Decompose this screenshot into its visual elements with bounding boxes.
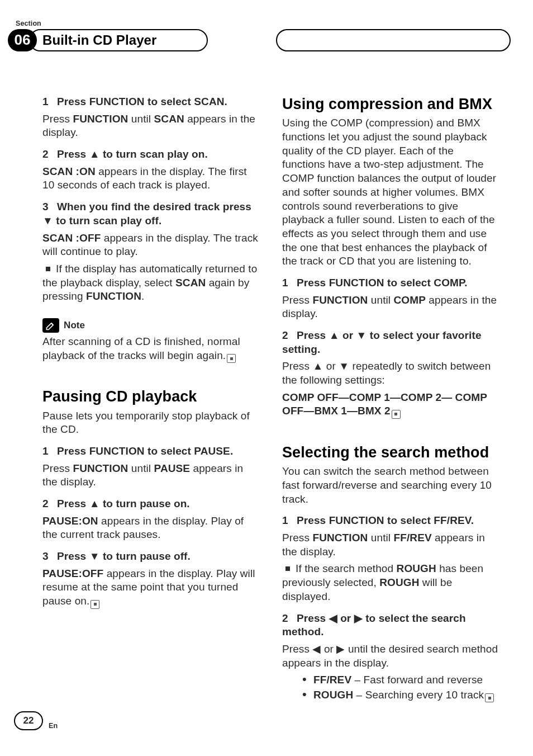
pause-step-2: 2Press ▲ to turn pause on. PAUSE:ON appe… (42, 497, 260, 542)
step-number: 1 (282, 514, 297, 528)
step-heading: Press ▲ or ▼ to select your favorite set… (282, 329, 482, 355)
step-body: SCAN :OFF appears in the display. The tr… (42, 231, 260, 259)
step-bullet: If the search method ROUGH has been prev… (282, 562, 499, 603)
section-title-lozenge: Built-in CD Player (29, 29, 208, 51)
comp-step-1: 1Press FUNCTION to select COMP. Press FU… (282, 276, 499, 321)
section-label: Section (16, 19, 41, 28)
step-heading: Press FUNCTION to select PAUSE. (57, 445, 233, 457)
comp-title: Using compression and BMX (282, 95, 499, 113)
step-heading: Press ◀ or ▶ to select the search method… (282, 612, 466, 638)
page-footer: 22 En (14, 711, 58, 730)
square-bullet-icon (285, 566, 290, 571)
step-body: Press FUNCTION until PAUSE appears in th… (42, 462, 260, 489)
note-header: Note (42, 318, 260, 333)
pause-intro: Pause lets you temporarily stop playback… (42, 409, 260, 437)
pause-step-3: 3Press ▼ to turn pause off. PAUSE:OFF ap… (42, 550, 260, 609)
step-number: 2 (42, 148, 57, 162)
left-column: 1Press FUNCTION to select SCAN. Press FU… (42, 95, 260, 689)
step-heading: Press ▲ to turn scan play on. (57, 148, 208, 160)
search-step-1: 1Press FUNCTION to select FF/REV. Press … (282, 514, 499, 603)
content-columns: 1Press FUNCTION to select SCAN. Press FU… (42, 95, 499, 689)
search-method-list: FF/REV – Fast forward and reverse ROUGH … (282, 673, 499, 702)
manual-page: Section Built-in CD Player 06 1Press FUN… (0, 0, 533, 756)
step-number: 1 (282, 276, 297, 290)
step-body: Press ◀ or ▶ until the desired search me… (282, 642, 499, 670)
scan-step-3: 3When you find the desired track press ▼… (42, 200, 260, 304)
step-bullet: If the display has automatically returne… (42, 262, 260, 304)
step-number: 3 (42, 550, 57, 564)
right-column: Using compression and BMX Using the COMP… (282, 95, 499, 689)
end-of-section-icon (485, 693, 494, 702)
note-body: After scanning of a CD is finished, norm… (42, 335, 260, 363)
step-heading: Press FUNCTION to select SCAN. (57, 96, 227, 107)
step-body: Press ▲ or ▼ repeatedly to switch betwee… (282, 360, 499, 387)
comp-intro: Using the COMP (compression) and BMX fun… (282, 116, 499, 268)
search-title: Selecting the search method (282, 443, 499, 461)
search-step-2: 2Press ◀ or ▶ to select the search metho… (282, 612, 499, 703)
pause-step-1: 1Press FUNCTION to select PAUSE. Press F… (42, 445, 260, 489)
step-body: Press FUNCTION until FF/REV appears in t… (282, 531, 499, 559)
end-of-section-icon (227, 354, 236, 363)
scan-step-2: 2Press ▲ to turn scan play on. SCAN :ON … (42, 148, 260, 192)
step-body: PAUSE:OFF appears in the display. Play w… (42, 567, 260, 609)
pause-title: Pausing CD playback (42, 388, 260, 405)
section-title: Built-in CD Player (42, 31, 157, 49)
step-body: Press FUNCTION until SCAN appears in the… (42, 112, 260, 140)
page-header: Built-in CD Player 06 (8, 29, 511, 54)
step-number: 2 (282, 612, 297, 626)
end-of-section-icon (91, 600, 99, 609)
square-bullet-icon (46, 267, 50, 271)
step-number: 2 (42, 497, 57, 511)
step-number: 3 (42, 200, 57, 214)
step-body: PAUSE:ON appears in the display. Play of… (42, 514, 260, 542)
step-heading: When you find the desired track press ▼ … (42, 201, 251, 226)
header-blank-lozenge (276, 29, 511, 51)
step-number: 2 (282, 329, 297, 343)
page-number: 22 (14, 711, 43, 730)
note-label: Note (64, 319, 85, 332)
pencil-icon (42, 318, 59, 333)
step-number: 1 (42, 445, 57, 459)
step-number: 1 (42, 95, 57, 109)
comp-settings-sequence: COMP OFF—COMP 1—COMP 2— COMP OFF—BMX 1—B… (282, 391, 499, 419)
list-item: ROUGH – Searching every 10 track (313, 688, 499, 703)
scan-step-1: 1Press FUNCTION to select SCAN. Press FU… (42, 95, 260, 140)
step-heading: Press ▲ to turn pause on. (57, 498, 190, 509)
search-intro: You can switch the search method between… (282, 465, 499, 506)
step-heading: Press ▼ to turn pause off. (57, 550, 191, 562)
section-number-pill: 06 (8, 29, 37, 51)
step-body: SCAN :ON appears in the display. The fir… (42, 165, 260, 192)
step-body: Press FUNCTION until COMP appears in the… (282, 294, 499, 321)
end-of-section-icon (392, 410, 401, 419)
list-item: FF/REV – Fast forward and reverse (313, 673, 499, 687)
comp-step-2: 2Press ▲ or ▼ to select your favorite se… (282, 329, 499, 419)
step-heading: Press FUNCTION to select COMP. (297, 277, 468, 289)
language-label: En (49, 721, 58, 730)
step-heading: Press FUNCTION to select FF/REV. (297, 514, 474, 526)
